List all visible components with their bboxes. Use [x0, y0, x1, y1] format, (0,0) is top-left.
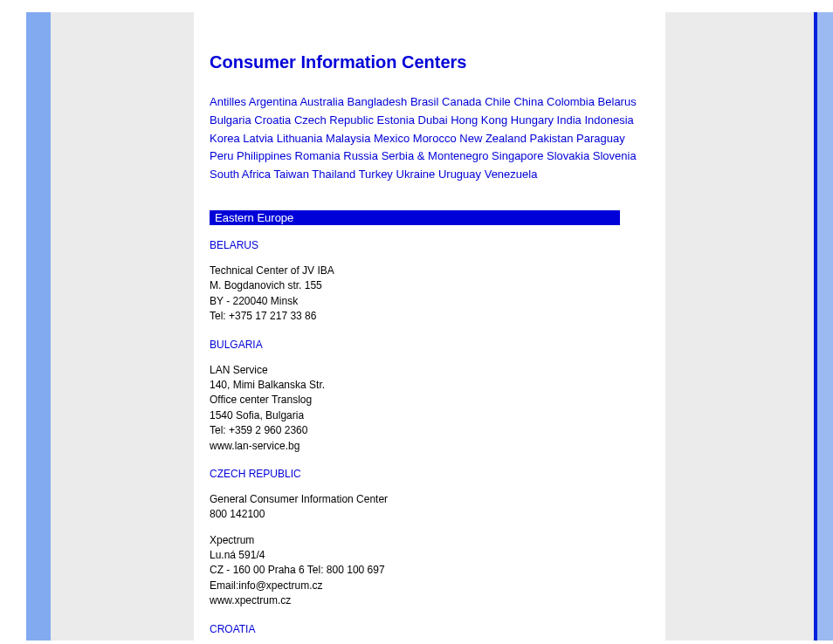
decor-bar-left	[26, 12, 51, 641]
country-link[interactable]: Croatia	[254, 113, 291, 127]
country-heading: BULGARIA	[210, 339, 646, 351]
country-link[interactable]: Morocco	[413, 132, 457, 145]
country-link[interactable]: Serbia & Montenegro	[382, 149, 489, 162]
page-outer: Consumer Information Centers Antilles Ar…	[0, 0, 833, 644]
info-block: General Consumer Information Center800 1…	[210, 492, 646, 523]
country-link[interactable]: Turkey	[359, 168, 393, 181]
info-block: Technical Center of JV IBAM. Bogdanovich…	[210, 264, 646, 325]
country-link[interactable]: Argentina	[249, 95, 298, 108]
country-link[interactable]: Peru	[210, 149, 233, 162]
content-area: Consumer Information Centers Antilles Ar…	[210, 52, 646, 644]
country-link[interactable]: Mexico	[374, 132, 410, 145]
country-link[interactable]: Slovenia	[593, 149, 637, 162]
country-link[interactable]: Philippines	[237, 149, 292, 162]
country-link[interactable]: Malaysia	[326, 132, 370, 145]
country-link[interactable]: Venezuela	[485, 168, 538, 181]
country-link[interactable]: Brasil	[410, 95, 439, 108]
country-link[interactable]: Ukraine	[396, 168, 436, 181]
country-link[interactable]: Singapore	[492, 149, 543, 162]
country-heading: CROATIA	[210, 623, 646, 635]
country-link[interactable]: Romania	[295, 149, 341, 162]
country-link[interactable]: New Zealand	[459, 132, 527, 145]
country-link[interactable]: Antilles	[210, 95, 246, 108]
country-link[interactable]: China	[513, 95, 543, 108]
country-link[interactable]: Thailand	[312, 168, 355, 181]
info-block: XpectrumLu.ná 591/4CZ - 160 00 Praha 6 T…	[210, 533, 646, 609]
country-link[interactable]: Indonesia	[584, 113, 633, 127]
country-link[interactable]: Korea	[210, 132, 240, 145]
country-link[interactable]: Australia	[299, 95, 344, 108]
country-link[interactable]: Czech Republic	[294, 113, 374, 127]
country-link[interactable]: Latvia	[243, 132, 273, 145]
country-link[interactable]: Estonia	[377, 113, 415, 127]
country-heading: CZECH REPUBLIC	[210, 468, 646, 480]
country-heading: BELARUS	[210, 239, 646, 251]
country-link[interactable]: Paraguay	[576, 132, 625, 145]
region-heading: Eastern Europe	[210, 210, 620, 225]
country-link[interactable]: South Africa	[210, 168, 271, 181]
country-link[interactable]: Chile	[485, 95, 511, 108]
decor-gray-left	[51, 12, 194, 641]
country-link[interactable]: Bulgaria	[210, 113, 251, 127]
sections-container: BELARUSTechnical Center of JV IBAM. Bogd…	[210, 239, 646, 644]
country-link[interactable]: Taiwan	[274, 168, 309, 181]
country-link[interactable]: Bangladesh	[348, 95, 408, 108]
country-link[interactable]: Lithuania	[277, 132, 323, 145]
country-link[interactable]: Canada	[442, 95, 482, 108]
country-link[interactable]: Hong Kong	[451, 113, 507, 127]
page-title: Consumer Information Centers	[210, 52, 646, 72]
info-block: LAN Service140, Mimi Balkanska Str.Offic…	[210, 363, 646, 454]
country-link[interactable]: Hungary	[511, 113, 554, 127]
country-link[interactable]: Slovakia	[547, 149, 589, 162]
country-link[interactable]: Colombia	[547, 95, 595, 108]
decor-gray-right	[665, 12, 814, 641]
country-link-list: Antilles Argentina Australia Bangladesh …	[210, 93, 642, 184]
country-link[interactable]: Dubai	[418, 113, 448, 127]
country-link[interactable]: Belarus	[598, 95, 637, 108]
country-link[interactable]: Pakistan	[530, 132, 574, 145]
country-link[interactable]: India	[557, 113, 582, 127]
country-link[interactable]: Uruguay	[438, 168, 481, 181]
country-link[interactable]: Russia	[343, 149, 378, 162]
decor-bar-right	[817, 12, 833, 641]
